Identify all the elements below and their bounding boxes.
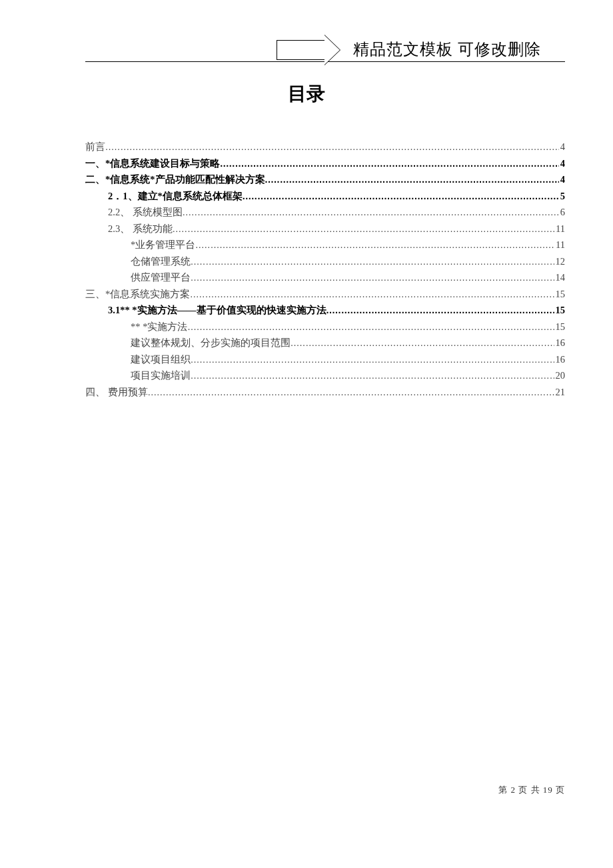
toc-leader-dots: [183, 204, 559, 221]
toc-entry-title: 供应管理平台: [131, 269, 191, 286]
toc-leader-dots: [243, 188, 559, 205]
toc-entry-title: 仓储管理系统: [131, 253, 191, 270]
toc-entry[interactable]: ** *实施方法15: [85, 319, 565, 335]
toc-entry-title: 3.1** *实施方法——基于价值实现的快速实施方法: [108, 302, 326, 319]
toc-leader-dots: [326, 302, 554, 319]
toc-entry[interactable]: 前言4: [85, 139, 565, 155]
toc-entry-page: 15: [554, 286, 566, 303]
toc-entry-page: 4: [559, 155, 565, 172]
toc-entry-title: 建议整体规划、分步实施的项目范围: [131, 335, 291, 351]
footer-suffix: 页: [553, 785, 565, 795]
toc-entry[interactable]: 2.3、 系统功能11: [85, 221, 565, 237]
toc-entry-page: 11: [554, 237, 565, 253]
toc-entry[interactable]: 三、*信息系统实施方案15: [85, 286, 565, 303]
toc-leader-dots: [173, 221, 554, 237]
toc-leader-dots: [191, 253, 554, 270]
toc-entry[interactable]: *业务管理平台11: [85, 237, 565, 253]
toc-entry-title: 项目实施培训: [131, 367, 191, 384]
toc-entry-title: 建议项目组织: [131, 351, 191, 368]
toc-entry[interactable]: 仓储管理系统12: [85, 253, 565, 270]
arrow-head: [324, 35, 340, 65]
toc-entry-page: 4: [559, 139, 565, 155]
toc-leader-dots: [187, 319, 554, 335]
toc-leader-dots: [105, 139, 559, 155]
toc-entry[interactable]: 2.2、 系统模型图6: [85, 204, 565, 221]
toc-entry-page: 16: [554, 335, 566, 351]
footer-prefix: 第: [498, 785, 510, 795]
document-page: 精品范文模板 可修改删除 目录 前言4一、*信息系统建设目标与策略4二、*信息系…: [0, 0, 613, 868]
toc-entry-page: 21: [554, 384, 566, 401]
toc-leader-dots: [265, 171, 559, 188]
toc-entry-page: 6: [559, 204, 565, 221]
toc-leader-dots: [148, 384, 554, 401]
toc-leader-dots: [191, 351, 554, 368]
toc-leader-dots: [191, 269, 554, 286]
toc-entry[interactable]: 建议整体规划、分步实施的项目范围16: [85, 335, 565, 351]
toc-leader-dots: [291, 335, 554, 351]
toc-entry-page: 20: [554, 367, 566, 384]
toc-entry-page: 14: [554, 269, 566, 286]
footer-total-pages: 19: [543, 785, 553, 795]
toc-entry-title: 前言: [85, 139, 105, 155]
toc-entry[interactable]: 2．1、建立*信息系统总体框架5: [85, 188, 565, 205]
header-banner-text: 精品范文模板 可修改删除: [353, 39, 541, 60]
toc-entry-page: 11: [554, 221, 565, 237]
toc-entry[interactable]: 四、 费用预算21: [85, 384, 565, 401]
arrow-icon: [277, 35, 340, 65]
toc-entry-page: 12: [554, 253, 566, 270]
toc-entry[interactable]: 供应管理平台14: [85, 269, 565, 286]
toc-entry[interactable]: 一、*信息系统建设目标与策略4: [85, 155, 565, 172]
toc-entry-page: 16: [554, 351, 566, 368]
toc-entry-title: 2.2、 系统模型图: [108, 204, 183, 221]
toc-entry-title: 2.3、 系统功能: [108, 221, 173, 237]
toc-leader-dots: [220, 155, 559, 172]
toc-entry-title: 一、*信息系统建设目标与策略: [85, 155, 220, 172]
toc-entry-title: ** *实施方法: [131, 319, 187, 335]
toc-entry[interactable]: 项目实施培训20: [85, 367, 565, 384]
page-title: 目录: [0, 81, 613, 107]
toc-entry-title: 二、*信息系统*产品功能匹配性解决方案: [85, 171, 265, 188]
arrow-body: [277, 40, 324, 60]
toc-leader-dots: [191, 367, 554, 384]
toc-entry-title: *业务管理平台: [131, 237, 195, 253]
footer-current-page: 2: [511, 785, 516, 795]
toc-entry-page: 4: [559, 171, 565, 188]
toc-entry[interactable]: 建议项目组织16: [85, 351, 565, 368]
toc-entry-title: 三、*信息系统实施方案: [85, 286, 190, 303]
toc-leader-dots: [195, 237, 554, 253]
toc-entry-title: 2．1、建立*信息系统总体框架: [108, 188, 243, 205]
toc-leader-dots: [190, 286, 554, 303]
toc-entry-title: 四、 费用预算: [85, 384, 148, 401]
toc-entry-page: 15: [554, 302, 566, 319]
toc-entry[interactable]: 3.1** *实施方法——基于价值实现的快速实施方法15: [85, 302, 565, 319]
footer-mid: 页 共: [516, 785, 543, 795]
page-number-footer: 第 2 页 共 19 页: [498, 784, 565, 796]
table-of-contents: 前言4一、*信息系统建设目标与策略4二、*信息系统*产品功能匹配性解决方案42．…: [85, 139, 565, 400]
toc-entry-page: 15: [554, 319, 566, 335]
toc-entry-page: 5: [559, 188, 565, 205]
toc-entry[interactable]: 二、*信息系统*产品功能匹配性解决方案4: [85, 171, 565, 188]
